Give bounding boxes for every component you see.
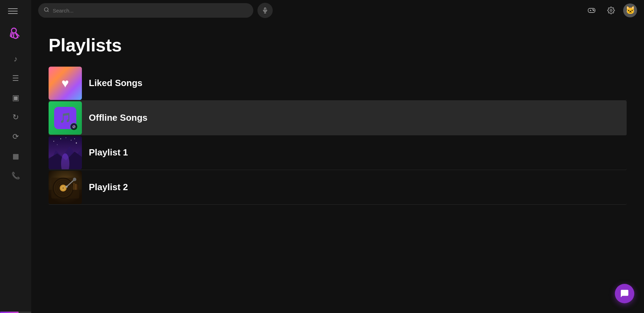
svg-line-4	[48, 11, 49, 12]
liked-songs-thumbnail: ♥	[49, 67, 82, 100]
gamepad-button[interactable]	[584, 3, 599, 18]
sidebar-progress-fill	[0, 312, 19, 313]
sidebar-item-queue[interactable]: ☰	[3, 69, 28, 87]
page-title: Playlists	[49, 35, 627, 56]
sidebar-item-repeat[interactable]: ↻	[3, 108, 28, 126]
header: 🐱	[31, 0, 644, 21]
microphone-button[interactable]	[257, 3, 273, 18]
playlist-row[interactable]: ♥ Liked Songs	[49, 66, 627, 101]
svg-point-36	[62, 187, 64, 189]
sidebar-nav: ♪ ☰ ▣ ↻ ⟳ ▦ 📞	[0, 50, 31, 313]
podcast-icon: ▦	[12, 152, 19, 160]
playlist2-thumbnail	[49, 171, 82, 204]
svg-rect-40	[73, 183, 75, 190]
offline-songs-thumbnail: 🎵 ⊘	[49, 101, 82, 135]
queue-icon: ☰	[12, 74, 19, 83]
playlist1-name: Playlist 1	[89, 147, 128, 158]
liked-songs-name: Liked Songs	[89, 78, 143, 88]
logo	[5, 22, 26, 43]
sidebar-item-phone[interactable]: 📞	[3, 167, 28, 185]
content-area: Playlists ♥ Liked Songs 🎵 ⊘ Offline Song…	[31, 21, 644, 313]
sidebar-item-music[interactable]: ♪	[3, 50, 28, 68]
svg-point-21	[71, 140, 71, 141]
svg-point-38	[73, 178, 76, 181]
svg-point-3	[44, 8, 48, 11]
music-note-icon: ♪	[14, 54, 18, 64]
offline-thumb-inner: 🎵 ⊘	[54, 107, 76, 129]
music-note-icon: 🎵	[59, 112, 71, 124]
header-right: 🐱	[584, 3, 637, 18]
chat-button[interactable]	[615, 284, 634, 303]
playlist-row[interactable]: Playlist 2	[49, 170, 627, 205]
sidebar: ♪ ☰ ▣ ↻ ⟳ ▦ 📞	[0, 0, 31, 313]
history-icon: ⟳	[12, 132, 19, 141]
offline-badge: ⊘	[70, 123, 78, 130]
offline-songs-name: Offline Songs	[89, 112, 147, 123]
sidebar-item-podcast[interactable]: ▦	[3, 147, 28, 165]
svg-point-22	[76, 142, 77, 143]
svg-rect-42	[77, 185, 78, 190]
search-input[interactable]	[53, 8, 248, 14]
svg-point-19	[53, 141, 54, 142]
svg-rect-41	[75, 184, 77, 190]
svg-point-12	[593, 10, 594, 11]
svg-rect-5	[264, 8, 266, 11]
heart-icon: ♥	[61, 76, 69, 91]
svg-point-25	[74, 138, 75, 139]
sidebar-progress-bar	[0, 312, 31, 313]
sidebar-item-history[interactable]: ⟳	[3, 128, 28, 146]
sidebar-item-library[interactable]: ▣	[3, 89, 28, 107]
playlist2-name: Playlist 2	[89, 182, 128, 193]
settings-button[interactable]	[604, 3, 618, 18]
playlist-list: ♥ Liked Songs 🎵 ⊘ Offline Songs	[49, 66, 627, 205]
svg-point-24	[57, 144, 58, 145]
playlist-row[interactable]: 🎵 ⊘ Offline Songs	[49, 101, 627, 135]
svg-point-20	[60, 138, 61, 139]
phone-icon: 📞	[11, 171, 20, 180]
playlist1-thumbnail	[49, 136, 82, 169]
svg-point-13	[610, 9, 612, 11]
library-icon: ▣	[12, 93, 19, 102]
user-avatar[interactable]: 🐱	[623, 3, 637, 17]
search-bar[interactable]	[38, 3, 253, 18]
svg-point-23	[66, 137, 66, 138]
main-content: 🐱 Playlists ♥ Liked Songs 🎵 ⊘	[31, 0, 644, 313]
repeat-icon: ↻	[12, 113, 19, 122]
svg-point-39	[66, 186, 68, 188]
menu-button[interactable]	[8, 5, 23, 17]
playlist-row[interactable]: Playlist 1	[49, 135, 627, 170]
search-icon	[44, 7, 49, 14]
